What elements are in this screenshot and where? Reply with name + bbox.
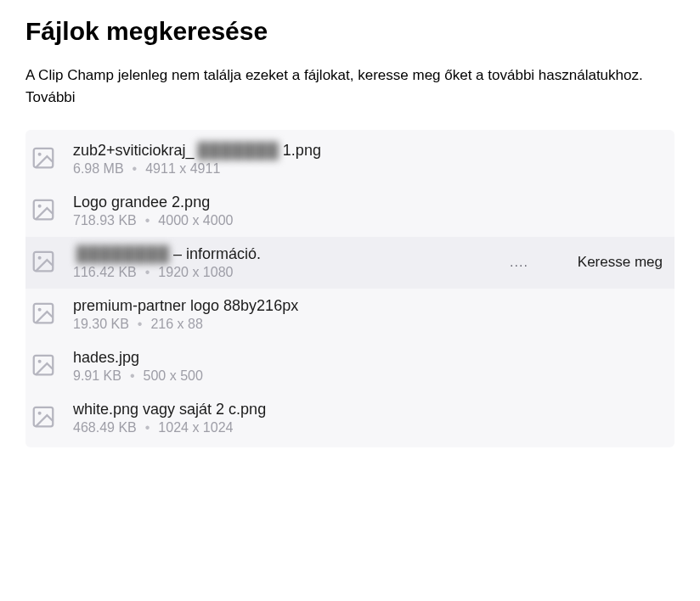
file-dimensions: 216 x 88: [150, 317, 202, 332]
more-icon[interactable]: ....: [503, 251, 535, 273]
svg-point-3: [38, 204, 42, 207]
file-dimensions: 500 x 500: [144, 368, 203, 384]
file-meta: 6.98 MB • 4911 x 4911: [73, 161, 663, 177]
svg-point-7: [38, 307, 42, 311]
file-meta: 718.93 KB • 4000 x 4000: [73, 213, 663, 228]
page-title: Fájlok megkeresése: [25, 17, 675, 46]
file-info: Logo grandee 2.png 718.93 KB • 4000 x 40…: [73, 194, 663, 228]
row-actions: .... Keresse meg: [503, 251, 663, 273]
file-size: 6.98 MB: [73, 161, 124, 177]
svg-rect-2: [34, 199, 54, 219]
file-name: zub2+sviticiokraj_ ███████ 1.png: [73, 142, 663, 160]
svg-point-5: [38, 256, 42, 259]
file-row[interactable]: white.png vagy saját 2 c.png 468.49 KB •…: [25, 392, 675, 444]
file-info: hades.jpg 9.91 KB • 500 x 500: [73, 349, 663, 384]
file-size: 468.49 KB: [73, 420, 137, 435]
file-dimensions: 4911 x 4911: [145, 161, 220, 177]
file-row[interactable]: hades.jpg 9.91 KB • 500 x 500: [25, 340, 675, 392]
svg-point-1: [38, 152, 42, 155]
svg-rect-4: [34, 251, 54, 271]
file-list: zub2+sviticiokraj_ ███████ 1.png 6.98 MB…: [25, 130, 675, 447]
image-icon: [31, 145, 56, 171]
image-icon: [31, 300, 56, 326]
file-meta: 468.49 KB • 1024 x 1024: [73, 420, 663, 435]
image-icon: [31, 404, 56, 430]
svg-point-9: [38, 359, 42, 362]
page-description: A Clip Champ jelenleg nem találja ezeket…: [25, 65, 654, 110]
file-row[interactable]: premium-partner logo 88by216px 19.30 KB …: [25, 289, 675, 340]
file-info: ████████ – információ. 116.42 KB • 1920 …: [73, 245, 503, 280]
file-size: 116.42 KB: [73, 265, 137, 280]
image-icon: [31, 249, 56, 274]
file-dimensions: 4000 x 4000: [158, 213, 233, 228]
file-info: white.png vagy saját 2 c.png 468.49 KB •…: [73, 401, 663, 435]
file-row[interactable]: ████████ – információ. 116.42 KB • 1920 …: [25, 237, 675, 289]
file-meta: 19.30 KB • 216 x 88: [73, 317, 663, 332]
file-size: 718.93 KB: [73, 213, 137, 228]
svg-rect-8: [34, 355, 54, 374]
locate-button[interactable]: Keresse meg: [578, 254, 663, 271]
svg-rect-10: [34, 407, 54, 426]
file-name: ████████ – információ.: [73, 245, 503, 263]
file-size: 19.30 KB: [73, 317, 129, 332]
file-info: zub2+sviticiokraj_ ███████ 1.png 6.98 MB…: [73, 142, 663, 177]
svg-point-11: [38, 411, 42, 414]
file-row[interactable]: zub2+sviticiokraj_ ███████ 1.png 6.98 MB…: [25, 133, 675, 185]
file-meta: 116.42 KB • 1920 x 1080: [73, 265, 503, 280]
file-meta: 9.91 KB • 500 x 500: [73, 368, 663, 384]
image-icon: [31, 197, 56, 222]
file-name: white.png vagy saját 2 c.png: [73, 401, 663, 418]
file-info: premium-partner logo 88by216px 19.30 KB …: [73, 297, 663, 332]
svg-rect-6: [34, 303, 54, 323]
svg-rect-0: [34, 148, 54, 167]
file-size: 9.91 KB: [73, 368, 121, 384]
image-icon: [31, 352, 56, 378]
file-dimensions: 1920 x 1080: [158, 265, 233, 280]
file-row[interactable]: Logo grandee 2.png 718.93 KB • 4000 x 40…: [25, 185, 675, 237]
file-name: Logo grandee 2.png: [73, 194, 663, 211]
file-dimensions: 1024 x 1024: [158, 420, 233, 435]
file-name: hades.jpg: [73, 349, 663, 367]
file-name: premium-partner logo 88by216px: [73, 297, 663, 315]
